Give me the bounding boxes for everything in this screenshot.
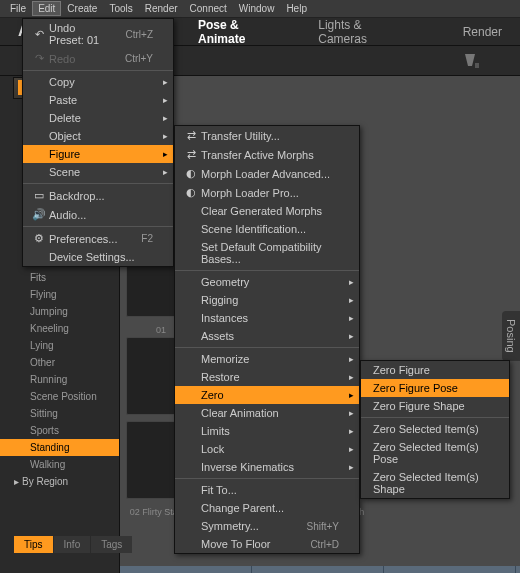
menu-clear-animation[interactable]: Clear Animation▸ <box>175 404 359 422</box>
gear-icon: ⚙ <box>29 232 49 245</box>
undo-icon: ↶ <box>29 28 49 41</box>
edit-menu: ↶Undo Preset: 01Ctrl+Z ↷RedoCtrl+Y Copy▸… <box>22 18 174 267</box>
svg-rect-0 <box>475 63 479 68</box>
audio-icon: 🔊 <box>29 208 49 221</box>
cat-sports[interactable]: Sports <box>0 422 119 439</box>
chevron-right-icon: ▸ <box>349 313 354 323</box>
menu-zero-figure[interactable]: Zero Figure <box>361 361 509 379</box>
cat-jumping[interactable]: Jumping <box>0 303 119 320</box>
menu-zero-selected-pose[interactable]: Zero Selected Item(s) Pose <box>361 438 509 468</box>
posing-tab[interactable]: Posing <box>502 311 520 361</box>
menu-change-parent[interactable]: Change Parent... <box>175 499 359 517</box>
menu-scene-identification[interactable]: Scene Identification... <box>175 220 359 238</box>
chevron-right-icon: ▸ <box>349 426 354 436</box>
menu-morph-loader-advanced[interactable]: ◐Morph Loader Advanced... <box>175 164 359 183</box>
color-status-bar <box>120 566 520 573</box>
menu-object[interactable]: Object▸ <box>23 127 173 145</box>
menu-transfer-utility[interactable]: ⇄Transfer Utility... <box>175 126 359 145</box>
category-list: Expression Fits Flying Jumping Kneeling … <box>0 252 119 490</box>
menu-symmetry[interactable]: Symmetry...Shift+Y <box>175 517 359 535</box>
tab-tips[interactable]: Tips <box>14 536 53 553</box>
menu-memorize[interactable]: Memorize▸ <box>175 350 359 368</box>
cat-running[interactable]: Running <box>0 371 119 388</box>
menu-figure[interactable]: Figure▸ <box>23 145 173 163</box>
cat-by-region[interactable]: By Region <box>0 473 119 490</box>
menu-zero[interactable]: Zero▸ <box>175 386 359 404</box>
chevron-right-icon: ▸ <box>349 444 354 454</box>
menu-render[interactable]: Render <box>139 1 184 16</box>
menu-device-settings[interactable]: Device Settings... <box>23 248 173 266</box>
cat-lying[interactable]: Lying <box>0 337 119 354</box>
menu-instances[interactable]: Instances▸ <box>175 309 359 327</box>
cat-walking[interactable]: Walking <box>0 456 119 473</box>
menu-geometry[interactable]: Geometry▸ <box>175 273 359 291</box>
menu-limits[interactable]: Limits▸ <box>175 422 359 440</box>
tab-info[interactable]: Info <box>54 536 91 553</box>
menu-morph-loader-pro[interactable]: ◐Morph Loader Pro... <box>175 183 359 202</box>
menu-zero-figure-pose[interactable]: Zero Figure Pose <box>361 379 509 397</box>
chevron-right-icon: ▸ <box>163 149 168 159</box>
menu-edit[interactable]: Edit <box>32 1 61 16</box>
menu-separator <box>23 183 173 184</box>
menu-tools[interactable]: Tools <box>103 1 138 16</box>
chevron-right-icon: ▸ <box>163 77 168 87</box>
menu-separator <box>361 417 509 418</box>
cat-standing[interactable]: Standing <box>0 439 119 456</box>
image-icon: ▭ <box>29 189 49 202</box>
chevron-right-icon: ▸ <box>349 331 354 341</box>
menu-redo: ↷RedoCtrl+Y <box>23 49 173 68</box>
cat-other[interactable]: Other <box>0 354 119 371</box>
menu-separator <box>175 347 359 348</box>
menu-scene[interactable]: Scene▸ <box>23 163 173 181</box>
transfer-icon: ⇄ <box>181 129 201 142</box>
morph-icon: ◐ <box>181 186 201 199</box>
menu-assets[interactable]: Assets▸ <box>175 327 359 345</box>
morph-icon: ◐ <box>181 167 201 180</box>
menu-move-to-floor[interactable]: Move To FloorCtrl+D <box>175 535 359 553</box>
menu-file[interactable]: File <box>4 1 32 16</box>
menu-fit-to[interactable]: Fit To... <box>175 481 359 499</box>
menu-separator <box>23 226 173 227</box>
chevron-right-icon: ▸ <box>349 408 354 418</box>
cat-sitting[interactable]: Sitting <box>0 405 119 422</box>
actors-icon <box>462 51 480 69</box>
menu-separator <box>175 478 359 479</box>
menu-lock[interactable]: Lock▸ <box>175 440 359 458</box>
menu-zero-selected-shape[interactable]: Zero Selected Item(s) Shape <box>361 468 509 498</box>
menu-rigging[interactable]: Rigging▸ <box>175 291 359 309</box>
tab-tags[interactable]: Tags <box>91 536 132 553</box>
menu-backdrop[interactable]: ▭Backdrop... <box>23 186 173 205</box>
menu-undo[interactable]: ↶Undo Preset: 01Ctrl+Z <box>23 19 173 49</box>
menu-inverse-kinematics[interactable]: Inverse Kinematics▸ <box>175 458 359 476</box>
menu-copy[interactable]: Copy▸ <box>23 73 173 91</box>
menu-zero-figure-shape[interactable]: Zero Figure Shape <box>361 397 509 415</box>
menu-restore[interactable]: Restore▸ <box>175 368 359 386</box>
transfer-icon: ⇄ <box>181 148 201 161</box>
chevron-right-icon: ▸ <box>163 131 168 141</box>
menu-audio[interactable]: 🔊Audio... <box>23 205 173 224</box>
menu-set-default-compat[interactable]: Set Default Compatibility Bases... <box>175 238 359 268</box>
menu-zero-selected[interactable]: Zero Selected Item(s) <box>361 420 509 438</box>
chevron-right-icon: ▸ <box>349 354 354 364</box>
chevron-right-icon: ▸ <box>349 462 354 472</box>
menu-delete[interactable]: Delete▸ <box>23 109 173 127</box>
chevron-right-icon: ▸ <box>349 295 354 305</box>
cat-flying[interactable]: Flying <box>0 286 119 303</box>
menu-separator <box>23 70 173 71</box>
menu-create[interactable]: Create <box>61 1 103 16</box>
tab-render[interactable]: Render <box>445 19 520 45</box>
chevron-right-icon: ▸ <box>349 390 354 400</box>
cat-fits[interactable]: Fits <box>0 269 119 286</box>
chevron-right-icon: ▸ <box>163 95 168 105</box>
menu-transfer-active-morphs[interactable]: ⇄Transfer Active Morphs <box>175 145 359 164</box>
chevron-right-icon: ▸ <box>163 167 168 177</box>
cat-kneeling[interactable]: Kneeling <box>0 320 119 337</box>
cat-scene-position[interactable]: Scene Position <box>0 388 119 405</box>
chevron-right-icon: ▸ <box>349 277 354 287</box>
chevron-right-icon: ▸ <box>349 372 354 382</box>
menu-clear-generated-morphs[interactable]: Clear Generated Morphs <box>175 202 359 220</box>
menu-paste[interactable]: Paste▸ <box>23 91 173 109</box>
menu-separator <box>175 270 359 271</box>
menu-preferences[interactable]: ⚙Preferences...F2 <box>23 229 173 248</box>
info-tabs: Tips Info Tags <box>14 536 132 553</box>
